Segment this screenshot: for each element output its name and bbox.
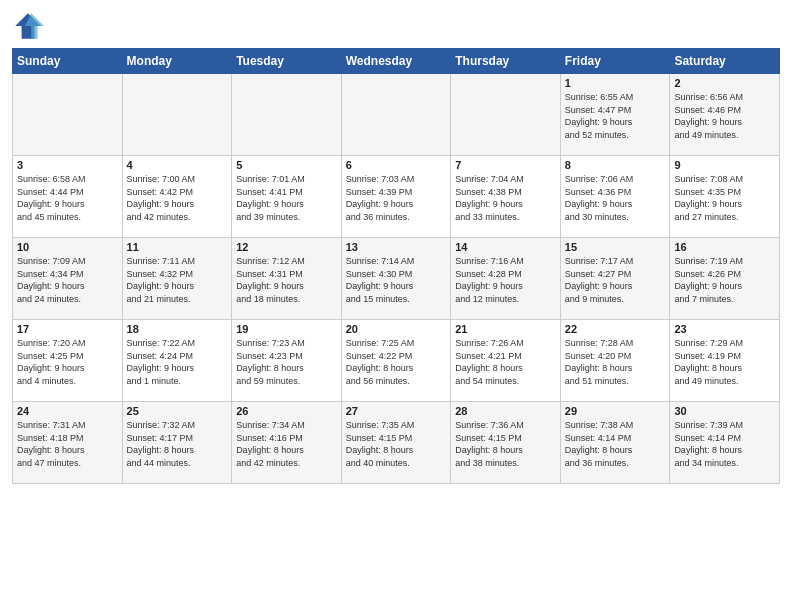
calendar-cell: 8Sunrise: 7:06 AM Sunset: 4:36 PM Daylig… [560, 156, 670, 238]
day-info: Sunrise: 7:32 AM Sunset: 4:17 PM Dayligh… [127, 419, 228, 469]
calendar-cell [13, 74, 123, 156]
calendar-table: SundayMondayTuesdayWednesdayThursdayFrid… [12, 48, 780, 484]
day-number: 1 [565, 77, 666, 89]
header-row: SundayMondayTuesdayWednesdayThursdayFrid… [13, 49, 780, 74]
day-number: 22 [565, 323, 666, 335]
calendar-cell [122, 74, 232, 156]
day-info: Sunrise: 7:12 AM Sunset: 4:31 PM Dayligh… [236, 255, 337, 305]
calendar-cell [451, 74, 561, 156]
day-number: 23 [674, 323, 775, 335]
day-info: Sunrise: 7:08 AM Sunset: 4:35 PM Dayligh… [674, 173, 775, 223]
day-info: Sunrise: 7:00 AM Sunset: 4:42 PM Dayligh… [127, 173, 228, 223]
day-info: Sunrise: 7:38 AM Sunset: 4:14 PM Dayligh… [565, 419, 666, 469]
week-row-2: 3Sunrise: 6:58 AM Sunset: 4:44 PM Daylig… [13, 156, 780, 238]
day-info: Sunrise: 7:01 AM Sunset: 4:41 PM Dayligh… [236, 173, 337, 223]
week-row-4: 17Sunrise: 7:20 AM Sunset: 4:25 PM Dayli… [13, 320, 780, 402]
calendar-cell: 11Sunrise: 7:11 AM Sunset: 4:32 PM Dayli… [122, 238, 232, 320]
day-number: 18 [127, 323, 228, 335]
day-info: Sunrise: 7:39 AM Sunset: 4:14 PM Dayligh… [674, 419, 775, 469]
calendar-cell: 18Sunrise: 7:22 AM Sunset: 4:24 PM Dayli… [122, 320, 232, 402]
day-number: 24 [17, 405, 118, 417]
calendar-cell: 14Sunrise: 7:16 AM Sunset: 4:28 PM Dayli… [451, 238, 561, 320]
logo-icon [12, 10, 44, 42]
calendar-cell: 24Sunrise: 7:31 AM Sunset: 4:18 PM Dayli… [13, 402, 123, 484]
day-info: Sunrise: 7:34 AM Sunset: 4:16 PM Dayligh… [236, 419, 337, 469]
calendar-cell: 6Sunrise: 7:03 AM Sunset: 4:39 PM Daylig… [341, 156, 451, 238]
day-number: 14 [455, 241, 556, 253]
day-info: Sunrise: 7:23 AM Sunset: 4:23 PM Dayligh… [236, 337, 337, 387]
day-header-wednesday: Wednesday [341, 49, 451, 74]
day-info: Sunrise: 7:14 AM Sunset: 4:30 PM Dayligh… [346, 255, 447, 305]
week-row-1: 1Sunrise: 6:55 AM Sunset: 4:47 PM Daylig… [13, 74, 780, 156]
day-number: 26 [236, 405, 337, 417]
day-info: Sunrise: 7:25 AM Sunset: 4:22 PM Dayligh… [346, 337, 447, 387]
day-number: 12 [236, 241, 337, 253]
day-number: 16 [674, 241, 775, 253]
calendar-cell [341, 74, 451, 156]
calendar-cell: 15Sunrise: 7:17 AM Sunset: 4:27 PM Dayli… [560, 238, 670, 320]
calendar-cell: 25Sunrise: 7:32 AM Sunset: 4:17 PM Dayli… [122, 402, 232, 484]
week-row-3: 10Sunrise: 7:09 AM Sunset: 4:34 PM Dayli… [13, 238, 780, 320]
day-number: 11 [127, 241, 228, 253]
calendar-cell: 13Sunrise: 7:14 AM Sunset: 4:30 PM Dayli… [341, 238, 451, 320]
day-number: 29 [565, 405, 666, 417]
calendar-cell: 5Sunrise: 7:01 AM Sunset: 4:41 PM Daylig… [232, 156, 342, 238]
day-info: Sunrise: 7:04 AM Sunset: 4:38 PM Dayligh… [455, 173, 556, 223]
day-number: 17 [17, 323, 118, 335]
calendar-cell: 3Sunrise: 6:58 AM Sunset: 4:44 PM Daylig… [13, 156, 123, 238]
day-info: Sunrise: 6:58 AM Sunset: 4:44 PM Dayligh… [17, 173, 118, 223]
day-number: 13 [346, 241, 447, 253]
calendar-cell: 30Sunrise: 7:39 AM Sunset: 4:14 PM Dayli… [670, 402, 780, 484]
calendar-cell: 22Sunrise: 7:28 AM Sunset: 4:20 PM Dayli… [560, 320, 670, 402]
header [12, 10, 780, 42]
calendar-cell: 10Sunrise: 7:09 AM Sunset: 4:34 PM Dayli… [13, 238, 123, 320]
day-header-saturday: Saturday [670, 49, 780, 74]
calendar-cell: 7Sunrise: 7:04 AM Sunset: 4:38 PM Daylig… [451, 156, 561, 238]
day-number: 19 [236, 323, 337, 335]
day-info: Sunrise: 7:26 AM Sunset: 4:21 PM Dayligh… [455, 337, 556, 387]
calendar-cell: 16Sunrise: 7:19 AM Sunset: 4:26 PM Dayli… [670, 238, 780, 320]
day-info: Sunrise: 7:16 AM Sunset: 4:28 PM Dayligh… [455, 255, 556, 305]
calendar-cell: 4Sunrise: 7:00 AM Sunset: 4:42 PM Daylig… [122, 156, 232, 238]
calendar-cell: 12Sunrise: 7:12 AM Sunset: 4:31 PM Dayli… [232, 238, 342, 320]
day-number: 15 [565, 241, 666, 253]
day-number: 8 [565, 159, 666, 171]
day-number: 2 [674, 77, 775, 89]
calendar-cell: 27Sunrise: 7:35 AM Sunset: 4:15 PM Dayli… [341, 402, 451, 484]
logo [12, 10, 48, 42]
page-container: SundayMondayTuesdayWednesdayThursdayFrid… [0, 0, 792, 492]
day-number: 30 [674, 405, 775, 417]
day-info: Sunrise: 7:11 AM Sunset: 4:32 PM Dayligh… [127, 255, 228, 305]
calendar-cell: 17Sunrise: 7:20 AM Sunset: 4:25 PM Dayli… [13, 320, 123, 402]
day-info: Sunrise: 7:35 AM Sunset: 4:15 PM Dayligh… [346, 419, 447, 469]
day-info: Sunrise: 7:20 AM Sunset: 4:25 PM Dayligh… [17, 337, 118, 387]
day-info: Sunrise: 7:36 AM Sunset: 4:15 PM Dayligh… [455, 419, 556, 469]
day-number: 4 [127, 159, 228, 171]
day-info: Sunrise: 7:29 AM Sunset: 4:19 PM Dayligh… [674, 337, 775, 387]
day-number: 7 [455, 159, 556, 171]
day-info: Sunrise: 7:22 AM Sunset: 4:24 PM Dayligh… [127, 337, 228, 387]
day-info: Sunrise: 7:31 AM Sunset: 4:18 PM Dayligh… [17, 419, 118, 469]
day-number: 20 [346, 323, 447, 335]
calendar-cell: 28Sunrise: 7:36 AM Sunset: 4:15 PM Dayli… [451, 402, 561, 484]
day-header-sunday: Sunday [13, 49, 123, 74]
calendar-body: 1Sunrise: 6:55 AM Sunset: 4:47 PM Daylig… [13, 74, 780, 484]
calendar-cell: 21Sunrise: 7:26 AM Sunset: 4:21 PM Dayli… [451, 320, 561, 402]
day-number: 3 [17, 159, 118, 171]
day-info: Sunrise: 7:06 AM Sunset: 4:36 PM Dayligh… [565, 173, 666, 223]
day-number: 21 [455, 323, 556, 335]
day-number: 25 [127, 405, 228, 417]
day-info: Sunrise: 7:28 AM Sunset: 4:20 PM Dayligh… [565, 337, 666, 387]
day-info: Sunrise: 7:19 AM Sunset: 4:26 PM Dayligh… [674, 255, 775, 305]
day-info: Sunrise: 6:56 AM Sunset: 4:46 PM Dayligh… [674, 91, 775, 141]
day-number: 10 [17, 241, 118, 253]
calendar-cell [232, 74, 342, 156]
calendar-cell: 9Sunrise: 7:08 AM Sunset: 4:35 PM Daylig… [670, 156, 780, 238]
day-number: 6 [346, 159, 447, 171]
day-header-tuesday: Tuesday [232, 49, 342, 74]
calendar-cell: 26Sunrise: 7:34 AM Sunset: 4:16 PM Dayli… [232, 402, 342, 484]
day-number: 5 [236, 159, 337, 171]
calendar-cell: 23Sunrise: 7:29 AM Sunset: 4:19 PM Dayli… [670, 320, 780, 402]
week-row-5: 24Sunrise: 7:31 AM Sunset: 4:18 PM Dayli… [13, 402, 780, 484]
day-number: 28 [455, 405, 556, 417]
